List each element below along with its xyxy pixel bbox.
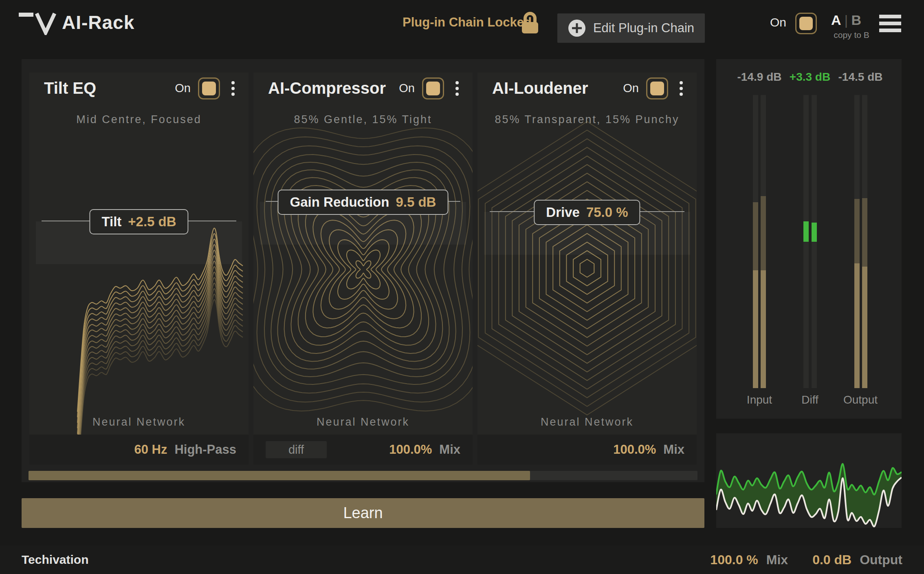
lock-icon	[521, 12, 539, 35]
brand-label: Techivation	[22, 545, 88, 574]
ab-separator: |	[841, 12, 851, 28]
edit-button-label: Edit Plug-in Chain	[593, 21, 694, 35]
global-controls: 100.0 % Mix 0.0 dB Output	[710, 545, 902, 574]
gain-reduction-value: 9.5 dB	[396, 194, 436, 210]
ab-compare-switch[interactable]: A|B	[831, 12, 861, 28]
compressor-header: AI-Compressor On	[253, 73, 473, 104]
learn-button-label: Learn	[343, 504, 383, 522]
app-title: AI-Rack	[62, 0, 134, 45]
module-ai-loudener: AI-Loudener On 85% Transparent, 15% Punc…	[477, 73, 697, 465]
loudener-title: AI-Loudener	[492, 79, 588, 97]
loudener-param-control[interactable]: Drive 75.0 %	[534, 200, 640, 225]
compressor-mix-label: Mix	[439, 442, 460, 457]
tilt-eq-power-label: On	[175, 82, 191, 95]
edit-plugin-chain-button[interactable]: Edit Plug-in Chain	[557, 13, 705, 43]
compressor-power-toggle[interactable]	[422, 77, 444, 99]
loudener-nn-label: Neural Network	[477, 416, 697, 428]
tilt-eq-menu-icon[interactable]	[227, 79, 239, 98]
global-output-value[interactable]: 0.0 dB	[812, 552, 851, 567]
drive-value: 75.0 %	[586, 205, 628, 220]
module-ai-compressor: AI-Compressor On 85% Gentle, 15% Tight G…	[253, 73, 473, 465]
meter-panel: -14.9 dB +3.3 dB -14.5 dB Input Diff Out…	[716, 59, 902, 419]
loudener-power-label: On	[623, 82, 639, 95]
chain-status-text: Plug-in Chain Locked	[403, 0, 532, 45]
tilt-eq-footer[interactable]: 60 Hz High-Pass	[29, 435, 249, 465]
compressor-footer: diff 100.0% Mix	[253, 435, 473, 465]
compressor-nn-label: Neural Network	[253, 416, 473, 428]
compressor-param-control[interactable]: Gain Reduction 9.5 dB	[278, 190, 449, 215]
loudener-footer: 100.0% Mix	[477, 435, 697, 465]
tilt-eq-nn-label: Neural Network	[29, 416, 249, 428]
learn-button[interactable]: Learn	[22, 498, 704, 528]
status-bar: Techivation 100.0 % Mix 0.0 dB Output	[0, 545, 924, 574]
level-meters	[716, 59, 902, 419]
top-bar: AI-Rack Plug-in Chain Locked Edit Plug-i…	[0, 0, 924, 45]
loudener-header: AI-Loudener On	[477, 73, 697, 104]
highpass-value[interactable]: 60 Hz	[134, 442, 167, 457]
module-tilt-eq: Tilt EQ On Mid Centre, Focused Tilt +2.5…	[29, 73, 249, 465]
ab-b-label[interactable]: B	[851, 12, 861, 28]
compressor-menu-icon[interactable]	[451, 79, 463, 98]
tilt-param-name: Tilt	[101, 214, 121, 230]
master-power-toggle[interactable]	[795, 13, 817, 34]
menu-icon[interactable]	[879, 15, 901, 32]
loudener-visualization	[477, 104, 697, 435]
compressor-mix-value[interactable]: 100.0%	[389, 442, 432, 457]
master-power-label: On	[770, 0, 786, 45]
ai-rack-window: AI-Rack Plug-in Chain Locked Edit Plug-i…	[0, 0, 924, 574]
output-meter-label: Output	[828, 393, 893, 406]
loudener-mix-value[interactable]: 100.0%	[613, 442, 656, 457]
output-level-readout: -14.5 dB	[828, 71, 893, 84]
copy-to-b-button[interactable]: copy to B	[827, 30, 876, 40]
loudener-menu-icon[interactable]	[675, 79, 687, 98]
global-mix-label: Mix	[766, 552, 788, 567]
plugin-chain-panel: Tilt EQ On Mid Centre, Focused Tilt +2.5…	[22, 59, 704, 482]
global-mix-value[interactable]: 100.0 %	[710, 552, 758, 567]
tilt-eq-title: Tilt EQ	[44, 79, 96, 97]
loudener-mix-label: Mix	[663, 442, 684, 457]
compressor-title: AI-Compressor	[268, 79, 386, 97]
chain-scrollbar[interactable]	[29, 471, 697, 480]
tilt-eq-power-toggle[interactable]	[198, 77, 220, 99]
plus-circle-icon	[568, 19, 586, 37]
highpass-label: High-Pass	[174, 442, 236, 457]
tilt-param-value: +2.5 dB	[128, 214, 176, 230]
chain-scrollbar-thumb[interactable]	[29, 471, 530, 480]
gain-reduction-name: Gain Reduction	[290, 194, 389, 210]
waveform-display	[716, 433, 902, 528]
techivation-logo-icon	[19, 11, 58, 35]
global-output-label: Output	[860, 552, 902, 567]
diff-button[interactable]: diff	[266, 441, 327, 458]
drive-name: Drive	[546, 205, 580, 220]
ab-a-label[interactable]: A	[831, 12, 841, 28]
tilt-eq-param-control[interactable]: Tilt +2.5 dB	[89, 209, 188, 234]
tilt-eq-header: Tilt EQ On	[29, 73, 249, 104]
waveform-panel	[716, 433, 902, 528]
loudener-power-toggle[interactable]	[646, 77, 668, 99]
compressor-power-label: On	[399, 82, 415, 95]
compressor-visualization	[253, 104, 473, 435]
tilt-eq-visualization	[29, 104, 249, 435]
